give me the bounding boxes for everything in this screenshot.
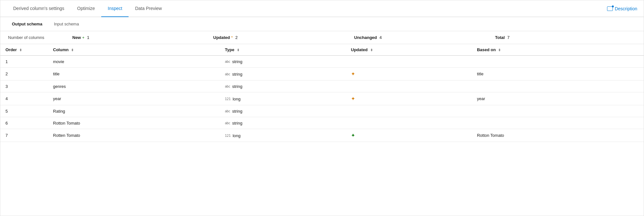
cell-updated: ✦ <box>346 129 472 142</box>
type-name: long <box>233 133 241 138</box>
table-row: 2 title abc string ✦ title <box>0 68 644 80</box>
cell-order: 3 <box>0 80 48 92</box>
cell-type: abc string <box>220 105 346 117</box>
type-badge: 121 long <box>225 97 241 101</box>
cell-basedon <box>472 56 644 68</box>
tab-optimize[interactable]: Optimize <box>71 1 101 17</box>
type-badge: 121 long <box>225 133 241 138</box>
tab-inspect[interactable]: Inspect <box>101 1 129 17</box>
type-icon: 121 <box>225 97 231 101</box>
description-icon <box>607 6 613 11</box>
description-button[interactable]: Description <box>607 6 637 11</box>
th-updated[interactable]: Updated ⇕ <box>346 44 472 56</box>
cell-updated: ✦ <box>346 68 472 80</box>
type-icon: 121 <box>225 134 231 137</box>
table-header-row: Order ⇕ Column ⇕ Type ⇕ Updated ⇕ <box>0 44 644 56</box>
cell-column: title <box>48 68 220 80</box>
cell-order: 4 <box>0 92 48 105</box>
type-name: string <box>232 121 242 126</box>
tab-derived-column-settings[interactable]: Derived column's settings <box>7 1 71 17</box>
cell-column: Rotton Tomato <box>48 117 220 129</box>
cell-updated <box>346 105 472 117</box>
cell-basedon <box>472 80 644 92</box>
table-row: 4 year 121 long ✦ year <box>0 92 644 105</box>
cell-updated <box>346 80 472 92</box>
sort-icon-basedon: ⇕ <box>498 48 501 52</box>
cell-column: Rotten Tomato <box>48 129 220 142</box>
table-row: 7 Rotten Tomato 121 long ✦ Rotton Tomato <box>0 129 644 142</box>
cell-type: abc string <box>220 68 346 80</box>
cell-updated <box>346 117 472 129</box>
cell-basedon <box>472 105 644 117</box>
summary-new: New+ 1 <box>72 35 213 40</box>
cell-order: 1 <box>0 56 48 68</box>
summary-total: Total 7 <box>495 35 636 40</box>
cell-type: abc string <box>220 56 346 68</box>
type-name: string <box>232 84 242 89</box>
type-icon: abc <box>225 121 230 125</box>
cell-basedon <box>472 117 644 129</box>
summary-columns-label: Number of columns <box>8 35 72 40</box>
cell-column: movie <box>48 56 220 68</box>
sub-tab-output-schema[interactable]: Output schema <box>7 20 48 28</box>
cell-type: 121 long <box>220 92 346 105</box>
type-badge: abc string <box>225 59 242 64</box>
summary-row: Number of columns New+ 1 Updated* 2 Unch… <box>0 31 644 44</box>
th-order[interactable]: Order ⇕ <box>0 44 48 56</box>
cell-order: 5 <box>0 105 48 117</box>
cell-column: Rating <box>48 105 220 117</box>
cell-updated: ✦ <box>346 92 472 105</box>
summary-updated: Updated* 2 <box>213 35 354 40</box>
top-tab-bar: Derived column's settings Optimize Inspe… <box>0 0 644 17</box>
cell-basedon: Rotton Tomato <box>472 129 644 142</box>
type-name: long <box>233 97 241 101</box>
cell-type: 121 long <box>220 129 346 142</box>
cell-order: 2 <box>0 68 48 80</box>
sort-icon-type: ⇕ <box>237 48 239 52</box>
type-name: string <box>232 109 242 114</box>
schema-table-wrapper[interactable]: Order ⇕ Column ⇕ Type ⇕ Updated ⇕ <box>0 44 644 216</box>
cell-type: abc string <box>220 80 346 92</box>
table-row: 1 movie abc string <box>0 56 644 68</box>
type-name: string <box>232 72 242 77</box>
cell-basedon: title <box>472 68 644 80</box>
th-type[interactable]: Type ⇕ <box>220 44 346 56</box>
type-badge: abc string <box>225 109 242 114</box>
table-row: 3 genres abc string <box>0 80 644 92</box>
sub-tab-bar: Output schema Input schema <box>0 17 644 31</box>
cell-type: abc string <box>220 117 346 129</box>
cell-column: year <box>48 92 220 105</box>
updated-star: ✦ <box>351 96 355 101</box>
updated-star: ✦ <box>351 133 355 138</box>
type-badge: abc string <box>225 121 242 126</box>
type-badge: abc string <box>225 72 242 77</box>
sort-icon-column: ⇕ <box>71 48 74 52</box>
cell-column: genres <box>48 80 220 92</box>
table-row: 6 Rotton Tomato abc string <box>0 117 644 129</box>
type-icon: abc <box>225 72 230 76</box>
table-row: 5 Rating abc string <box>0 105 644 117</box>
sort-icon-order: ⇕ <box>19 48 22 52</box>
type-icon: abc <box>225 60 230 63</box>
type-icon: abc <box>225 109 230 113</box>
type-icon: abc <box>225 85 230 88</box>
cell-order: 6 <box>0 117 48 129</box>
th-basedon[interactable]: Based on ⇕ <box>472 44 644 56</box>
th-column[interactable]: Column ⇕ <box>48 44 220 56</box>
sub-tab-input-schema[interactable]: Input schema <box>49 20 84 28</box>
cell-basedon: year <box>472 92 644 105</box>
type-name: string <box>232 59 242 64</box>
updated-star: ✦ <box>351 71 355 77</box>
summary-unchanged: Unchanged 4 <box>354 35 495 40</box>
sort-icon-updated: ⇕ <box>370 48 373 52</box>
app-container: Derived column's settings Optimize Inspe… <box>0 0 644 216</box>
cell-order: 7 <box>0 129 48 142</box>
tab-data-preview[interactable]: Data Preview <box>129 1 168 17</box>
type-badge: abc string <box>225 84 242 89</box>
schema-table: Order ⇕ Column ⇕ Type ⇕ Updated ⇕ <box>0 44 644 142</box>
cell-updated <box>346 56 472 68</box>
